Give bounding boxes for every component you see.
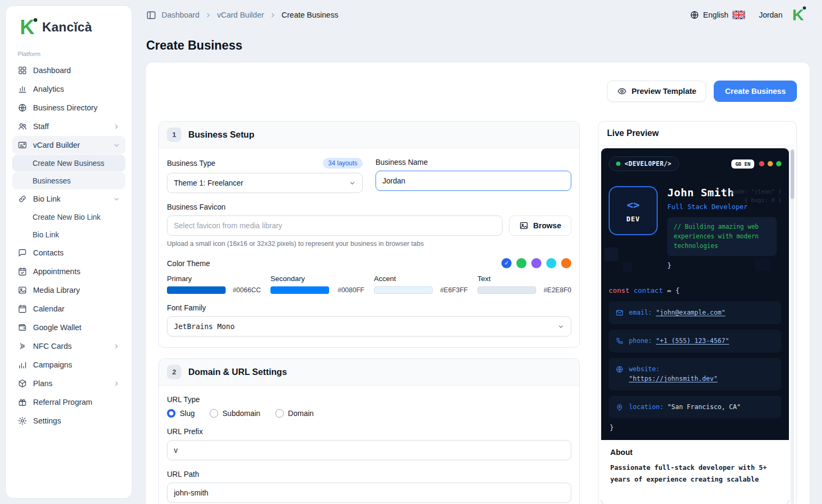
link-icon [18, 194, 27, 204]
swatch-bar-secondary[interactable] [270, 286, 329, 294]
sidebar-item-label: Staff [33, 122, 107, 131]
create-business-label: Create Business [725, 87, 786, 95]
live-preview-panel: Live Preview <DEVELOPER/> [598, 121, 797, 504]
live-preview-title: Live Preview [607, 129, 659, 138]
image-icon [519, 221, 529, 230]
layouts-count-badge: 34 layouts [323, 158, 363, 169]
url-type-domain-radio[interactable]: Domain [275, 409, 314, 418]
chevron-down-icon [113, 196, 120, 203]
browse-button[interactable]: Browse [509, 215, 571, 236]
sidebar-item-bio-link-sub[interactable]: Bio Link [12, 226, 125, 243]
main-area: Dashboard vCard Builder Create Business … [145, 0, 822, 504]
breadcrumb-separator-icon [205, 12, 212, 19]
contact-row-website[interactable]: website:"https://johnsmith.dev" [609, 358, 781, 390]
business-name-input[interactable] [376, 171, 571, 191]
sidebar-item-label: Google Wallet [33, 323, 120, 332]
sidebar-item-referral-program[interactable]: Referral Program [12, 393, 125, 411]
contact-row-email[interactable]: email: "john@example.com" [609, 301, 781, 324]
preview-scrollbar[interactable] [791, 149, 794, 504]
sidebar-item-appointments[interactable]: Appointments [12, 262, 125, 281]
business-favicon-label: Business Favicon [167, 203, 226, 211]
swatch-bar-primary[interactable] [167, 286, 226, 294]
sidebar-item-nfc-cards[interactable]: NFC Cards [12, 337, 125, 355]
sidebar-item-label: Dashboard [33, 66, 120, 75]
contact-value[interactable]: "https://johnsmith.dev" [629, 375, 717, 382]
preview-role: Full Stack Developer [667, 203, 781, 211]
sidebar-item-vcard-builder[interactable]: vCard Builder [12, 136, 125, 154]
theme-dot-purple[interactable] [531, 258, 541, 268]
url-type-label: URL Type [167, 395, 199, 404]
sidebar-item-businesses[interactable]: Businesses [12, 172, 125, 189]
sidebar-item-calendar[interactable]: Calendar [12, 300, 125, 318]
breadcrumb-vcard-builder[interactable]: vCard Builder [217, 11, 264, 19]
sidebar-item-contacts[interactable]: Contacts [12, 244, 125, 262]
user-menu[interactable]: Jordan K [759, 5, 808, 25]
breadcrumb-current: Create Business [282, 11, 338, 19]
sidebar-item-label: Analytics [33, 85, 120, 93]
sidebar-item-google-wallet[interactable]: Google Wallet [12, 318, 125, 337]
url-type-subdomain-radio[interactable]: Subdomain [210, 409, 260, 418]
contact-row-location[interactable]: location: "San Francisco, CA" [609, 396, 781, 419]
swatch-bar-accent[interactable] [374, 286, 433, 294]
sidebar-item-dashboard[interactable]: Dashboard [12, 61, 125, 79]
favicon-input[interactable] [167, 215, 502, 236]
business-type-select[interactable]: Theme 1: Freelancer [167, 173, 363, 193]
language-label: English [703, 11, 729, 19]
preview-hero: <> DEV { code: "clean" } { bugs: 0 } Joh… [609, 186, 781, 269]
sidebar-item-plans[interactable]: Plans [12, 374, 125, 393]
radio-icon [275, 409, 284, 418]
create-business-button[interactable]: Create Business [714, 81, 797, 102]
theme-dot-blue-selected[interactable] [501, 258, 512, 268]
theme-dot-cyan[interactable] [546, 258, 556, 268]
business-name-label: Business Name [376, 158, 428, 166]
sidebar-item-create-new-business[interactable]: Create New Business [12, 155, 125, 172]
url-type-slug-radio[interactable]: Slug [167, 409, 195, 418]
radio-label: Slug [180, 409, 195, 418]
swatch-bar-text[interactable] [477, 286, 536, 294]
const-name: contact [629, 286, 663, 294]
sidebar-item-bio-link[interactable]: Bio Link [12, 190, 125, 208]
scrollbar-thumb[interactable] [791, 150, 794, 199]
theme-dot-green[interactable] [516, 258, 526, 268]
preview-template-label: Preview Template [632, 87, 696, 95]
contact-row-phone[interactable]: phone: "+1 (555) 123-4567" [609, 330, 781, 353]
url-prefix-input[interactable] [167, 440, 571, 460]
breadcrumb-dashboard[interactable]: Dashboard [162, 11, 199, 19]
sidebar-item-label: Media Library [33, 286, 120, 294]
preview-template-button[interactable]: Preview Template [607, 81, 706, 102]
breadcrumb: Dashboard vCard Builder Create Business [146, 10, 338, 20]
wallet-icon [18, 323, 27, 332]
sidebar-item-analytics[interactable]: Analytics [12, 80, 125, 98]
url-path-input[interactable] [167, 483, 571, 503]
font-family-select[interactable]: JetBrains Mono [167, 316, 571, 337]
color-theme-row: Color Theme [167, 258, 571, 268]
sidebar-item-campaigns[interactable]: Campaigns [12, 356, 125, 374]
contact-value[interactable]: "+1 (555) 123-4567" [656, 337, 729, 345]
sidebar-item-media-library[interactable]: Media Library [12, 281, 125, 299]
sidebar-item-business-directory[interactable]: Business Directory [12, 99, 125, 117]
swatch-label: Secondary [270, 275, 364, 283]
url-prefix-field: URL Prefix [167, 427, 571, 460]
contact-value[interactable]: "john@example.com" [656, 309, 725, 316]
brand-logo[interactable]: K Kancĭcà [12, 13, 125, 49]
swatch-accent: Accent #E6F3FF [374, 275, 468, 294]
sidebar-toggle-icon[interactable] [146, 10, 156, 20]
sidebar-item-settings[interactable]: Settings [12, 412, 125, 430]
url-type-field: URL Type Slug Subdomain [167, 395, 571, 418]
sidebar-item-staff[interactable]: Staff [12, 117, 125, 135]
preview-language-badge[interactable]: GB EN [731, 159, 754, 169]
topbar: Dashboard vCard Builder Create Business … [145, 0, 822, 30]
page-title: Create Business [146, 38, 822, 53]
gear-icon [18, 416, 27, 426]
dashboard-icon [18, 66, 27, 75]
theme-dot-orange[interactable] [561, 258, 571, 268]
contact-list: email: "john@example.com" phone: "+1 (55… [609, 301, 781, 418]
url-path-label: URL Path [167, 470, 199, 478]
radio-icon [210, 409, 218, 418]
swatch-hex: #E6F3FF [440, 286, 468, 294]
sidebar-item-label: Appointments [33, 267, 120, 276]
globe-icon [18, 103, 27, 113]
theme-color-dots [501, 258, 571, 268]
sidebar-item-create-new-bio-link[interactable]: Create New Bio Link [12, 209, 125, 226]
language-switcher[interactable]: English [690, 10, 745, 20]
